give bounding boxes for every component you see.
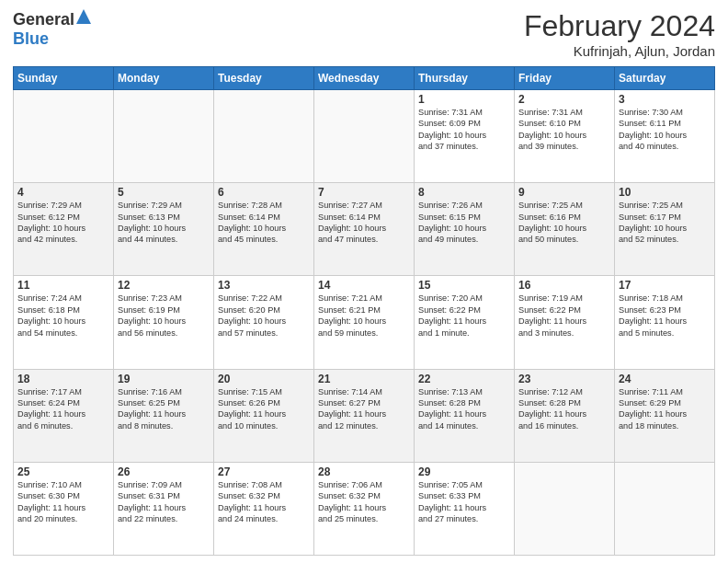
- day-number: 23: [518, 373, 610, 385]
- title-block: February 2024 Kufrinjah, Ajlun, Jordan: [524, 9, 715, 59]
- calendar-cell: 15Sunrise: 7:20 AM Sunset: 6:22 PM Dayli…: [415, 276, 515, 369]
- day-info: Sunrise: 7:13 AM Sunset: 6:28 PM Dayligh…: [418, 386, 510, 432]
- calendar-cell: 13Sunrise: 7:22 AM Sunset: 6:20 PM Dayli…: [214, 276, 314, 369]
- calendar-cell: 8Sunrise: 7:26 AM Sunset: 6:15 PM Daylig…: [415, 183, 515, 276]
- day-number: 29: [418, 465, 510, 478]
- day-number: 26: [118, 465, 210, 478]
- calendar-cell: 23Sunrise: 7:12 AM Sunset: 6:28 PM Dayli…: [515, 369, 615, 462]
- calendar-cell: 4Sunrise: 7:29 AM Sunset: 6:12 PM Daylig…: [14, 183, 114, 276]
- day-info: Sunrise: 7:25 AM Sunset: 6:16 PM Dayligh…: [518, 200, 610, 246]
- calendar-cell: 20Sunrise: 7:15 AM Sunset: 6:26 PM Dayli…: [214, 369, 314, 462]
- header: General Blue February 2024 Kufrinjah, Aj…: [13, 9, 715, 59]
- day-number: 14: [318, 279, 410, 292]
- calendar-week-row: 18Sunrise: 7:17 AM Sunset: 6:24 PM Dayli…: [14, 369, 715, 462]
- day-number: 8: [418, 186, 510, 199]
- calendar-cell: 11Sunrise: 7:24 AM Sunset: 6:18 PM Dayli…: [14, 276, 114, 369]
- day-info: Sunrise: 7:23 AM Sunset: 6:19 PM Dayligh…: [118, 293, 210, 339]
- day-number: 21: [318, 373, 410, 385]
- day-info: Sunrise: 7:19 AM Sunset: 6:22 PM Dayligh…: [518, 293, 610, 339]
- logo-blue-text: Blue: [13, 29, 49, 48]
- day-number: 7: [318, 186, 410, 199]
- calendar-cell: [14, 90, 114, 183]
- day-number: 24: [619, 373, 711, 385]
- day-info: Sunrise: 7:12 AM Sunset: 6:28 PM Dayligh…: [518, 386, 610, 432]
- weekday-header-row: SundayMondayTuesdayWednesdayThursdayFrid…: [14, 67, 715, 90]
- day-number: 6: [218, 186, 310, 199]
- calendar-week-row: 25Sunrise: 7:10 AM Sunset: 6:30 PM Dayli…: [14, 462, 715, 555]
- calendar-cell: 3Sunrise: 7:30 AM Sunset: 6:11 PM Daylig…: [615, 90, 715, 183]
- calendar-cell: 7Sunrise: 7:27 AM Sunset: 6:14 PM Daylig…: [314, 183, 415, 276]
- day-info: Sunrise: 7:16 AM Sunset: 6:25 PM Dayligh…: [118, 386, 210, 432]
- logo-general-text: General: [13, 10, 74, 29]
- day-info: Sunrise: 7:31 AM Sunset: 6:10 PM Dayligh…: [518, 107, 610, 153]
- calendar-cell: 22Sunrise: 7:13 AM Sunset: 6:28 PM Dayli…: [415, 369, 515, 462]
- day-number: 28: [318, 465, 410, 478]
- weekday-header-friday: Friday: [515, 67, 615, 90]
- calendar-cell: [515, 462, 615, 555]
- calendar-cell: 18Sunrise: 7:17 AM Sunset: 6:24 PM Dayli…: [14, 369, 114, 462]
- day-number: 11: [17, 279, 109, 292]
- calendar-week-row: 11Sunrise: 7:24 AM Sunset: 6:18 PM Dayli…: [14, 276, 715, 369]
- calendar-cell: 29Sunrise: 7:05 AM Sunset: 6:33 PM Dayli…: [415, 462, 515, 555]
- day-info: Sunrise: 7:30 AM Sunset: 6:11 PM Dayligh…: [619, 107, 711, 153]
- day-info: Sunrise: 7:06 AM Sunset: 6:32 PM Dayligh…: [318, 479, 410, 525]
- weekday-header-wednesday: Wednesday: [314, 67, 415, 90]
- calendar-cell: 14Sunrise: 7:21 AM Sunset: 6:21 PM Dayli…: [314, 276, 415, 369]
- calendar-cell: 25Sunrise: 7:10 AM Sunset: 6:30 PM Dayli…: [14, 462, 114, 555]
- calendar-cell: [114, 90, 214, 183]
- calendar-cell: [615, 462, 715, 555]
- calendar-cell: 6Sunrise: 7:28 AM Sunset: 6:14 PM Daylig…: [214, 183, 314, 276]
- day-number: 12: [118, 279, 210, 292]
- calendar-cell: 1Sunrise: 7:31 AM Sunset: 6:09 PM Daylig…: [415, 90, 515, 183]
- day-number: 13: [218, 279, 310, 292]
- day-info: Sunrise: 7:11 AM Sunset: 6:29 PM Dayligh…: [619, 386, 711, 432]
- day-info: Sunrise: 7:28 AM Sunset: 6:14 PM Dayligh…: [218, 200, 310, 246]
- calendar-cell: 17Sunrise: 7:18 AM Sunset: 6:23 PM Dayli…: [615, 276, 715, 369]
- day-number: 5: [118, 186, 210, 199]
- calendar-cell: 9Sunrise: 7:25 AM Sunset: 6:16 PM Daylig…: [515, 183, 615, 276]
- calendar-cell: 28Sunrise: 7:06 AM Sunset: 6:32 PM Dayli…: [314, 462, 415, 555]
- calendar-week-row: 1Sunrise: 7:31 AM Sunset: 6:09 PM Daylig…: [14, 90, 715, 183]
- day-info: Sunrise: 7:10 AM Sunset: 6:30 PM Dayligh…: [17, 479, 109, 525]
- calendar-cell: [314, 90, 415, 183]
- calendar-cell: 5Sunrise: 7:29 AM Sunset: 6:13 PM Daylig…: [114, 183, 214, 276]
- day-number: 20: [218, 373, 310, 385]
- day-info: Sunrise: 7:05 AM Sunset: 6:33 PM Dayligh…: [418, 479, 510, 525]
- day-number: 2: [518, 93, 610, 106]
- calendar-cell: 26Sunrise: 7:09 AM Sunset: 6:31 PM Dayli…: [114, 462, 214, 555]
- calendar-week-row: 4Sunrise: 7:29 AM Sunset: 6:12 PM Daylig…: [14, 183, 715, 276]
- weekday-header-monday: Monday: [114, 67, 214, 90]
- calendar-cell: 27Sunrise: 7:08 AM Sunset: 6:32 PM Dayli…: [214, 462, 314, 555]
- calendar-cell: 24Sunrise: 7:11 AM Sunset: 6:29 PM Dayli…: [615, 369, 715, 462]
- day-number: 18: [17, 373, 109, 385]
- calendar-cell: 16Sunrise: 7:19 AM Sunset: 6:22 PM Dayli…: [515, 276, 615, 369]
- day-info: Sunrise: 7:31 AM Sunset: 6:09 PM Dayligh…: [418, 107, 510, 153]
- day-info: Sunrise: 7:18 AM Sunset: 6:23 PM Dayligh…: [619, 293, 711, 339]
- day-info: Sunrise: 7:24 AM Sunset: 6:18 PM Dayligh…: [17, 293, 109, 339]
- month-year: February 2024: [524, 9, 715, 43]
- calendar-cell: 19Sunrise: 7:16 AM Sunset: 6:25 PM Dayli…: [114, 369, 214, 462]
- day-info: Sunrise: 7:09 AM Sunset: 6:31 PM Dayligh…: [118, 479, 210, 525]
- day-number: 15: [418, 279, 510, 292]
- logo: General Blue: [13, 9, 91, 49]
- day-info: Sunrise: 7:29 AM Sunset: 6:13 PM Dayligh…: [118, 200, 210, 246]
- day-number: 3: [619, 93, 711, 106]
- day-number: 17: [619, 279, 711, 292]
- day-info: Sunrise: 7:21 AM Sunset: 6:21 PM Dayligh…: [318, 293, 410, 339]
- day-number: 16: [518, 279, 610, 292]
- weekday-header-saturday: Saturday: [615, 67, 715, 90]
- day-info: Sunrise: 7:26 AM Sunset: 6:15 PM Dayligh…: [418, 200, 510, 246]
- day-info: Sunrise: 7:27 AM Sunset: 6:14 PM Dayligh…: [318, 200, 410, 246]
- day-number: 19: [118, 373, 210, 385]
- day-number: 22: [418, 373, 510, 385]
- day-number: 9: [518, 186, 610, 199]
- calendar-cell: 12Sunrise: 7:23 AM Sunset: 6:19 PM Dayli…: [114, 276, 214, 369]
- day-info: Sunrise: 7:20 AM Sunset: 6:22 PM Dayligh…: [418, 293, 510, 339]
- day-number: 10: [619, 186, 711, 199]
- weekday-header-thursday: Thursday: [415, 67, 515, 90]
- calendar-cell: [214, 90, 314, 183]
- day-info: Sunrise: 7:22 AM Sunset: 6:20 PM Dayligh…: [218, 293, 310, 339]
- calendar-cell: 10Sunrise: 7:25 AM Sunset: 6:17 PM Dayli…: [615, 183, 715, 276]
- calendar-table: SundayMondayTuesdayWednesdayThursdayFrid…: [13, 66, 715, 556]
- location: Kufrinjah, Ajlun, Jordan: [524, 43, 715, 59]
